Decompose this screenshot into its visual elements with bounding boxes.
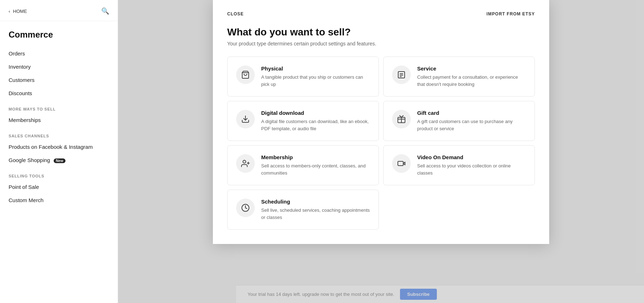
modal-close-button[interactable]: CLOSE [227, 11, 244, 16]
modal-header: CLOSE IMPORT FROM ETSY [227, 11, 535, 16]
video-icon [392, 154, 411, 173]
membership-icon [236, 154, 255, 173]
sidebar-item-pos[interactable]: Point of Sale [4, 180, 113, 194]
video-on-demand-title: Video On Demand [417, 154, 526, 160]
search-icon: 🔍 [101, 8, 109, 15]
section-channels-label: SALES CHANNELS [4, 127, 113, 140]
gift-card-icon [392, 110, 411, 128]
video-on-demand-content: Video On Demand Sell access to your vide… [417, 154, 526, 176]
product-card-service[interactable]: Service Collect payment for a consultati… [383, 57, 535, 97]
physical-title: Physical [261, 65, 370, 72]
membership-desc: Sell access to members-only content, cla… [261, 162, 370, 176]
scheduling-content: Scheduling Sell live, scheduled services… [261, 199, 370, 221]
back-label: HOME [13, 9, 27, 14]
membership-content: Membership Sell access to members-only c… [261, 154, 370, 176]
service-icon [392, 65, 411, 84]
product-type-grid: Physical A tangible product that you shi… [227, 57, 535, 230]
physical-icon [236, 65, 255, 84]
clock-icon [236, 199, 255, 217]
modal-subtitle: Your product type determines certain pro… [227, 41, 535, 47]
product-type-modal: CLOSE IMPORT FROM ETSY What do you want … [213, 0, 549, 244]
video-on-demand-desc: Sell access to your videos collection or… [417, 162, 526, 176]
search-button[interactable]: 🔍 [101, 7, 109, 15]
new-badge: New [54, 158, 65, 163]
sidebar-item-inventory[interactable]: Inventory [4, 60, 113, 73]
sidebar-title: Commerce [0, 21, 118, 47]
physical-desc: A tangible product that you ship or cust… [261, 74, 370, 88]
product-card-physical[interactable]: Physical A tangible product that you shi… [227, 57, 379, 97]
gift-card-title: Gift card [417, 110, 526, 116]
sidebar-nav-main: Orders Inventory Customers Discounts MOR… [0, 47, 118, 207]
physical-content: Physical A tangible product that you shi… [261, 65, 370, 88]
gift-card-desc: A gift card customers can use to purchas… [417, 118, 526, 132]
sidebar-item-custom-merch[interactable]: Custom Merch [4, 194, 113, 207]
product-card-membership[interactable]: Membership Sell access to members-only c… [227, 145, 379, 185]
modal-overlay: CLOSE IMPORT FROM ETSY What do you want … [118, 0, 644, 303]
membership-title: Membership [261, 154, 370, 160]
product-card-scheduling[interactable]: Scheduling Sell live, scheduled services… [227, 190, 379, 230]
back-button[interactable]: ‹ HOME [9, 9, 27, 14]
sidebar-item-discounts[interactable]: Discounts [4, 87, 113, 100]
sidebar-item-facebook-instagram[interactable]: Products on Facebook & Instagram [4, 140, 113, 153]
product-card-gift-card[interactable]: Gift card A gift card customers can use … [383, 101, 535, 141]
service-content: Service Collect payment for a consultati… [417, 65, 526, 88]
main-content: CLOSE IMPORT FROM ETSY What do you want … [118, 0, 644, 303]
download-icon [236, 110, 255, 128]
sidebar-item-orders[interactable]: Orders [4, 47, 113, 60]
digital-download-desc: A digital file customers can download, l… [261, 118, 370, 132]
chevron-left-icon: ‹ [9, 9, 10, 14]
digital-download-title: Digital download [261, 110, 370, 116]
sidebar-item-customers[interactable]: Customers [4, 73, 113, 87]
section-more-label: MORE WAYS TO SELL [4, 100, 113, 113]
service-desc: Collect payment for a consultation, or e… [417, 74, 526, 88]
service-title: Service [417, 65, 526, 72]
section-tools-label: SELLING TOOLS [4, 167, 113, 180]
svg-point-9 [243, 160, 246, 163]
product-card-digital-download[interactable]: Digital download A digital file customer… [227, 101, 379, 141]
sidebar: ‹ HOME 🔍 Commerce Orders Inventory Custo… [0, 0, 118, 303]
import-from-etsy-button[interactable]: IMPORT FROM ETSY [487, 11, 535, 16]
digital-download-content: Digital download A digital file customer… [261, 110, 370, 132]
sidebar-top: ‹ HOME 🔍 [0, 0, 118, 21]
product-card-video-on-demand[interactable]: Video On Demand Sell access to your vide… [383, 145, 535, 185]
gift-card-content: Gift card A gift card customers can use … [417, 110, 526, 132]
sidebar-item-google-shopping[interactable]: Google Shopping New [4, 153, 113, 167]
modal-title: What do you want to sell? [227, 26, 535, 38]
scheduling-desc: Sell live, scheduled services, coaching … [261, 207, 370, 221]
scheduling-title: Scheduling [261, 199, 370, 205]
sidebar-item-memberships[interactable]: Memberships [4, 113, 113, 127]
svg-rect-12 [398, 161, 403, 166]
